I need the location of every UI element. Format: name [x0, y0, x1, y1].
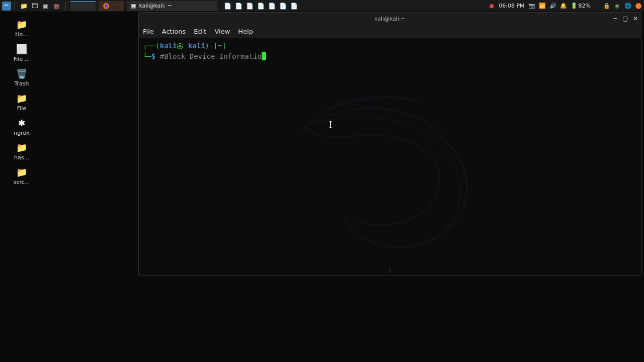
svg-point-2	[635, 3, 641, 9]
panel-left: 📁 🗔 ▣ ▦ ▣ kali@kali: ~ 📄 📄 📄 📄 📄 📄 📄	[2, 1, 299, 11]
terminal-body[interactable]: ┌──(kali㉿ kali)-[~] └─$ #Block Device In…	[139, 38, 641, 275]
svg-point-1	[105, 4, 108, 8]
kali-dragon-bg	[264, 66, 516, 267]
doc-icon[interactable]: 📄	[245, 1, 255, 11]
desktop-icon-label: Trash	[14, 80, 29, 87]
menubar: File Actions Edit View Help	[139, 25, 641, 38]
taskbar-item-unknown[interactable]	[70, 1, 96, 11]
desktop: 📁 Ho... ⬜ File ... 🗑️ Trash 📁 File ✱ ngr…	[0, 12, 136, 195]
doc-icon[interactable]: 📄	[289, 1, 299, 11]
top-panel: 📁 🗔 ▣ ▦ ▣ kali@kali: ~ 📄 📄 📄 📄 📄 📄 📄 ● 0…	[0, 0, 644, 12]
record-icon[interactable]: ●	[488, 3, 495, 10]
kali-menu-icon[interactable]	[2, 2, 11, 11]
prompt-host: kali	[188, 42, 205, 50]
terminal-panel-icon[interactable]: ▣	[41, 1, 51, 11]
terminal-taskbar-icon: ▣	[131, 3, 136, 9]
prompt-line-1: ┌──(kali㉿ kali)-[~]	[143, 41, 637, 51]
globe-icon[interactable]: 🌐	[624, 3, 631, 10]
trash-icon: 🗑️	[14, 67, 30, 79]
menu-edit[interactable]: Edit	[194, 28, 206, 35]
camera-icon[interactable]: 📷	[528, 3, 535, 10]
separator	[65, 2, 66, 10]
desktop-icon-home[interactable]: 📁 Ho...	[4, 17, 39, 39]
taskbar-item-firefox[interactable]	[99, 1, 124, 11]
doc-icon[interactable]: 📄	[233, 1, 244, 11]
folder-icon: 📁	[14, 141, 30, 153]
desktop-icon-label: File ...	[14, 56, 30, 62]
text-cursor-ibeam: I	[329, 118, 332, 132]
separator	[597, 2, 597, 10]
desktop-icon-scrc[interactable]: 📁 scrc...	[4, 165, 39, 187]
desktop-icon-file2[interactable]: 📁 File	[4, 91, 39, 113]
file-icon: ⬜	[14, 43, 30, 55]
menu-view[interactable]: View	[214, 28, 230, 35]
gear-icon: ✱	[14, 117, 30, 129]
window-title: kali@kali:~	[374, 16, 406, 22]
folder-panel-icon[interactable]: 📁	[19, 1, 29, 11]
volume-icon[interactable]: 🔊	[549, 3, 556, 10]
desktop-icon-trash[interactable]: 🗑️ Trash	[4, 66, 39, 88]
prompt-command: #Block Device Informatio	[160, 52, 262, 60]
notification-icon[interactable]: 🔔	[560, 3, 567, 10]
panel-right: ● 06:08 PM 📷 📶 🔊 🔔 🔋 82% 🔒 ◉ 🌐	[488, 2, 642, 10]
file-manager-icon[interactable]: 🗔	[30, 1, 40, 11]
folder-icon: 📁	[14, 92, 30, 104]
doc-icon[interactable]: 📄	[222, 1, 232, 11]
desktop-icon-label: scrc...	[14, 179, 30, 186]
menu-file[interactable]: File	[143, 28, 154, 35]
prompt-user: kali	[160, 42, 177, 50]
menu-actions[interactable]: Actions	[162, 28, 186, 35]
doc-icon[interactable]: 📄	[267, 1, 277, 11]
doc-icon[interactable]: 📄	[256, 1, 266, 11]
terminal-cursor	[262, 52, 266, 60]
prompt-line-2: └─$ #Block Device Informatio	[143, 51, 637, 62]
folder-icon: 📁	[14, 18, 30, 30]
menu-help[interactable]: Help	[238, 28, 253, 35]
desktop-icon-has[interactable]: 📁 has...	[4, 140, 39, 162]
folder-icon: 📁	[14, 166, 30, 178]
desktop-icon-label: Ho...	[15, 31, 28, 38]
desktop-icon-ngrok[interactable]: ✱ ngrok	[4, 116, 39, 137]
bottom-hint: │	[388, 266, 391, 274]
desktop-icon-label: ngrok	[14, 130, 29, 136]
battery-percent: 82%	[579, 3, 591, 9]
desktop-icon-label: File	[17, 105, 26, 112]
minimize-button[interactable]: ─	[612, 15, 619, 22]
maximize-button[interactable]: ▢	[622, 15, 629, 22]
clock[interactable]: 06:08 PM	[499, 3, 524, 9]
window-controls: ─ ▢ ✕	[612, 15, 639, 22]
battery-icon: 🔋	[571, 3, 578, 9]
wifi-icon[interactable]: 📶	[539, 3, 546, 10]
window-titlebar[interactable]: kali@kali:~ ─ ▢ ✕	[139, 13, 641, 25]
apps-panel-icon[interactable]: ▦	[52, 1, 62, 11]
desktop-icon-file[interactable]: ⬜ File ...	[4, 42, 39, 63]
chrome-tray-icon[interactable]: ◉	[614, 3, 621, 10]
taskbar-item-label: kali@kali: ~	[139, 3, 172, 9]
close-button[interactable]: ✕	[632, 15, 639, 22]
firefox-tray-icon[interactable]	[635, 3, 642, 10]
separator	[15, 2, 15, 10]
doc-icon[interactable]: 📄	[278, 1, 288, 11]
taskbar-item-terminal[interactable]: ▣ kali@kali: ~	[127, 1, 217, 11]
terminal-window: kali@kali:~ ─ ▢ ✕ File Actions Edit View…	[138, 12, 641, 276]
lock-icon[interactable]: 🔒	[603, 3, 610, 10]
battery-indicator[interactable]: 🔋 82%	[571, 3, 591, 9]
desktop-icon-label: has...	[14, 154, 29, 161]
